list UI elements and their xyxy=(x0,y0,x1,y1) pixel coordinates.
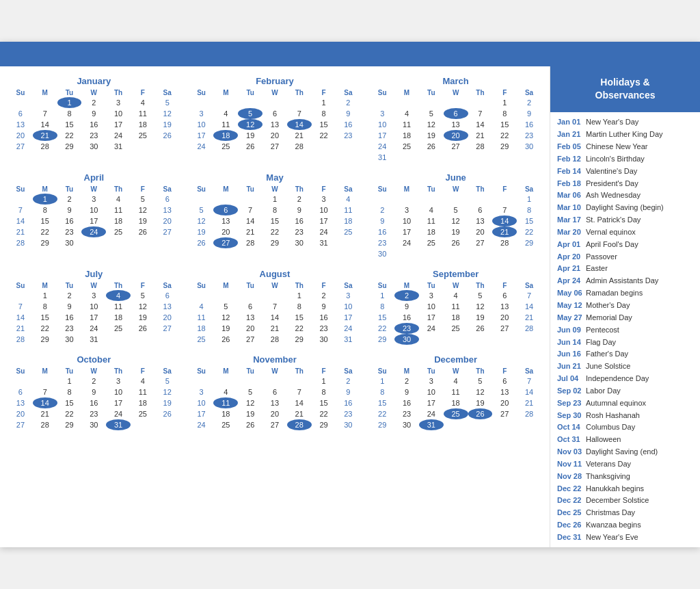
calendar-cell: 6 xyxy=(155,194,180,205)
holiday-date: Dec 31 xyxy=(557,532,583,542)
day-header: M xyxy=(33,367,57,376)
calendar-cell: 13 xyxy=(262,397,287,408)
calendar-cell xyxy=(444,152,468,163)
holiday-name: Columbus Day xyxy=(586,422,635,432)
calendar-cell: 6 xyxy=(213,205,238,215)
calendar-cell: 23 xyxy=(81,408,106,419)
holiday-name: Vernal equinox xyxy=(586,227,636,237)
calendar-cell: 26 xyxy=(155,130,180,141)
calendar-cell: 25 xyxy=(213,141,238,152)
calendar-cell: 4 xyxy=(336,194,360,205)
sidebar: Holidays &Observances Jan 01New Year's D… xyxy=(550,66,700,548)
calendar-cell: 16 xyxy=(336,397,360,408)
calendar-cell: 26 xyxy=(444,237,468,248)
calendar-cell: 22 xyxy=(312,408,336,419)
calendar-cell: 18 xyxy=(444,397,468,408)
holiday-date: Apr 21 xyxy=(557,263,583,274)
holiday-date: Oct 14 xyxy=(557,422,583,432)
calendar-cell: 1 xyxy=(370,376,394,387)
month-name: April xyxy=(8,172,180,183)
calendar-cell xyxy=(106,237,131,248)
calendar-cell: 14 xyxy=(262,312,287,323)
calendar-cell: 24 xyxy=(394,237,419,248)
holiday-item: Feb 14Valentine's Day xyxy=(557,165,693,177)
day-header: Th xyxy=(287,281,312,290)
day-header: Tu xyxy=(57,88,82,97)
calendar-cell xyxy=(131,141,155,152)
calendar-cell xyxy=(468,248,493,259)
calendar-cell: 24 xyxy=(81,226,106,237)
day-header: F xyxy=(131,88,155,97)
calendar-cell: 21 xyxy=(262,323,287,334)
day-header: M xyxy=(33,185,57,194)
day-header: M xyxy=(33,281,57,290)
calendar-cell: 8 xyxy=(370,301,394,312)
calendar-cell: 19 xyxy=(213,323,238,334)
calendar-cell: 4 xyxy=(213,387,238,397)
calendar-cell: 3 xyxy=(81,194,106,205)
calendar-cell xyxy=(238,376,262,387)
month-name: August xyxy=(189,269,361,279)
day-header: Tu xyxy=(419,185,444,194)
calendar-cell xyxy=(155,419,180,430)
calendar-cell: 1 xyxy=(370,290,394,301)
day-header: Su xyxy=(189,281,214,290)
day-header: F xyxy=(492,185,517,194)
day-header: Th xyxy=(468,88,493,97)
holiday-date: Feb 18 xyxy=(557,179,583,189)
calendar-cell: 24 xyxy=(419,323,444,334)
calendar-cell: 9 xyxy=(312,301,336,312)
holiday-name: Chinese New Year xyxy=(586,142,648,152)
calendar-cell: 10 xyxy=(81,205,106,215)
day-header: Tu xyxy=(238,185,262,194)
calendar-cell: 4 xyxy=(213,108,238,119)
calendar-cell: 8 xyxy=(492,108,517,119)
day-header: Su xyxy=(8,88,33,97)
holiday-date: Dec 22 xyxy=(557,484,583,494)
calendar-cell xyxy=(517,152,541,163)
holiday-item: May 27Memorial Day xyxy=(557,311,693,324)
calendar-cell: 26 xyxy=(238,419,262,430)
calendar-cell: 20 xyxy=(492,397,517,408)
holiday-item: Oct 31Halloween xyxy=(557,434,693,446)
calendar-cell: 18 xyxy=(189,323,214,334)
calendar-cell: 23 xyxy=(394,408,419,419)
holiday-date: Mar 17 xyxy=(557,215,583,225)
calendar-cell xyxy=(336,237,360,248)
day-header: W xyxy=(262,88,287,97)
calendar-section: JanuarySuMTuWThFSa1234567891011121314151… xyxy=(0,66,550,548)
calendar-cell: 1 xyxy=(57,376,82,387)
month-block-february: FebruarySuMTuWThFSa123456789101112131415… xyxy=(187,73,364,166)
calendar-cell xyxy=(444,334,468,345)
calendar-cell: 17 xyxy=(336,312,360,323)
holiday-item: Dec 26Kwanzaa begins xyxy=(557,519,693,532)
calendar-cell: 26 xyxy=(468,408,493,419)
calendar-cell: 30 xyxy=(57,334,82,345)
calendar-cell: 22 xyxy=(57,130,82,141)
day-header: F xyxy=(131,367,155,376)
calendar-cell xyxy=(262,290,287,301)
day-header: Sa xyxy=(336,367,360,376)
calendar-cell: 22 xyxy=(312,130,336,141)
calendar-cell: 19 xyxy=(468,397,493,408)
calendar-cell: 7 xyxy=(287,108,312,119)
calendar-cell xyxy=(394,248,419,259)
calendar-table: SuMTuWThFSa12345678910111213141516171819… xyxy=(189,281,361,345)
holiday-name: Mother's Day xyxy=(586,300,630,311)
calendar-cell xyxy=(189,97,214,108)
calendar-cell: 24 xyxy=(189,419,214,430)
holiday-name: New Year's Day xyxy=(586,117,638,127)
year-header xyxy=(0,42,700,66)
calendar-cell: 30 xyxy=(287,237,312,248)
calendar-cell xyxy=(287,97,312,108)
holiday-name: Passover xyxy=(586,252,617,262)
calendar-cell: 12 xyxy=(238,119,262,130)
calendar-cell: 10 xyxy=(336,301,360,312)
calendar-cell: 2 xyxy=(57,194,82,205)
calendar-cell: 21 xyxy=(287,130,312,141)
calendar-cell: 30 xyxy=(370,248,394,259)
calendar-cell: 11 xyxy=(131,108,155,119)
day-header: Th xyxy=(106,367,131,376)
calendar-cell: 26 xyxy=(131,226,155,237)
calendar-cell: 25 xyxy=(336,226,360,237)
